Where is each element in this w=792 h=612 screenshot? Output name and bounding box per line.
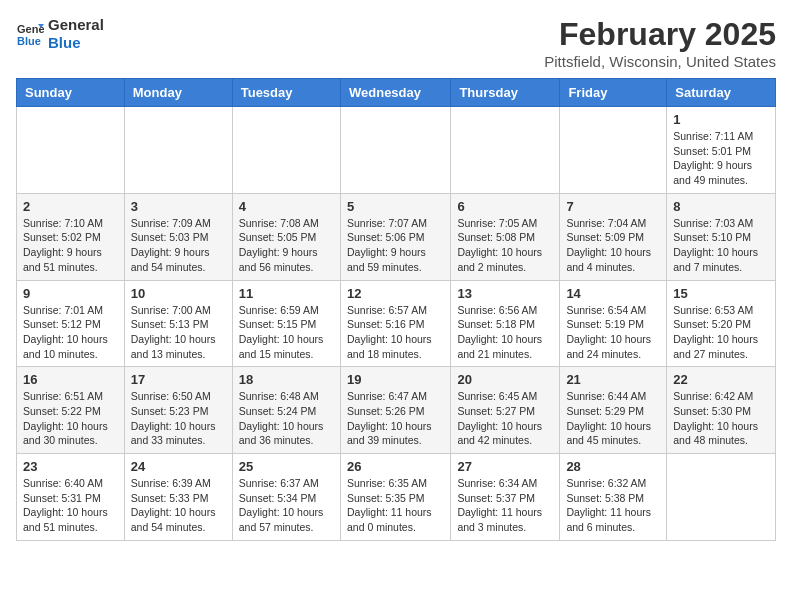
- calendar-cell: 8Sunrise: 7:03 AM Sunset: 5:10 PM Daylig…: [667, 193, 776, 280]
- calendar-cell: 26Sunrise: 6:35 AM Sunset: 5:35 PM Dayli…: [340, 454, 450, 541]
- day-info: Sunrise: 7:03 AM Sunset: 5:10 PM Dayligh…: [673, 216, 769, 275]
- day-info: Sunrise: 7:07 AM Sunset: 5:06 PM Dayligh…: [347, 216, 444, 275]
- day-info: Sunrise: 7:01 AM Sunset: 5:12 PM Dayligh…: [23, 303, 118, 362]
- day-number: 26: [347, 459, 444, 474]
- calendar-cell: 15Sunrise: 6:53 AM Sunset: 5:20 PM Dayli…: [667, 280, 776, 367]
- day-number: 13: [457, 286, 553, 301]
- calendar-cell: 13Sunrise: 6:56 AM Sunset: 5:18 PM Dayli…: [451, 280, 560, 367]
- logo-line1: General: [48, 16, 104, 34]
- day-info: Sunrise: 7:11 AM Sunset: 5:01 PM Dayligh…: [673, 129, 769, 188]
- calendar-header-row: SundayMondayTuesdayWednesdayThursdayFrid…: [17, 79, 776, 107]
- location-title: Pittsfield, Wisconsin, United States: [544, 53, 776, 70]
- logo: General Blue General Blue: [16, 16, 104, 52]
- day-number: 14: [566, 286, 660, 301]
- calendar-cell: 9Sunrise: 7:01 AM Sunset: 5:12 PM Daylig…: [17, 280, 125, 367]
- day-info: Sunrise: 7:04 AM Sunset: 5:09 PM Dayligh…: [566, 216, 660, 275]
- day-info: Sunrise: 6:44 AM Sunset: 5:29 PM Dayligh…: [566, 389, 660, 448]
- day-number: 19: [347, 372, 444, 387]
- calendar-cell: 22Sunrise: 6:42 AM Sunset: 5:30 PM Dayli…: [667, 367, 776, 454]
- calendar-week-row: 23Sunrise: 6:40 AM Sunset: 5:31 PM Dayli…: [17, 454, 776, 541]
- calendar-cell: [560, 107, 667, 194]
- calendar-cell: [232, 107, 340, 194]
- day-number: 22: [673, 372, 769, 387]
- day-info: Sunrise: 6:39 AM Sunset: 5:33 PM Dayligh…: [131, 476, 226, 535]
- day-info: Sunrise: 7:10 AM Sunset: 5:02 PM Dayligh…: [23, 216, 118, 275]
- calendar: SundayMondayTuesdayWednesdayThursdayFrid…: [16, 78, 776, 541]
- calendar-cell: 1Sunrise: 7:11 AM Sunset: 5:01 PM Daylig…: [667, 107, 776, 194]
- calendar-cell: 18Sunrise: 6:48 AM Sunset: 5:24 PM Dayli…: [232, 367, 340, 454]
- day-info: Sunrise: 6:40 AM Sunset: 5:31 PM Dayligh…: [23, 476, 118, 535]
- day-info: Sunrise: 7:05 AM Sunset: 5:08 PM Dayligh…: [457, 216, 553, 275]
- calendar-cell: 12Sunrise: 6:57 AM Sunset: 5:16 PM Dayli…: [340, 280, 450, 367]
- weekday-header: Tuesday: [232, 79, 340, 107]
- day-info: Sunrise: 7:08 AM Sunset: 5:05 PM Dayligh…: [239, 216, 334, 275]
- calendar-week-row: 9Sunrise: 7:01 AM Sunset: 5:12 PM Daylig…: [17, 280, 776, 367]
- weekday-header: Sunday: [17, 79, 125, 107]
- day-number: 21: [566, 372, 660, 387]
- logo-icon: General Blue: [16, 20, 44, 48]
- calendar-cell: 28Sunrise: 6:32 AM Sunset: 5:38 PM Dayli…: [560, 454, 667, 541]
- calendar-cell: 10Sunrise: 7:00 AM Sunset: 5:13 PM Dayli…: [124, 280, 232, 367]
- day-info: Sunrise: 6:54 AM Sunset: 5:19 PM Dayligh…: [566, 303, 660, 362]
- calendar-cell: 24Sunrise: 6:39 AM Sunset: 5:33 PM Dayli…: [124, 454, 232, 541]
- day-number: 7: [566, 199, 660, 214]
- day-info: Sunrise: 6:32 AM Sunset: 5:38 PM Dayligh…: [566, 476, 660, 535]
- day-info: Sunrise: 6:51 AM Sunset: 5:22 PM Dayligh…: [23, 389, 118, 448]
- day-number: 15: [673, 286, 769, 301]
- day-number: 27: [457, 459, 553, 474]
- calendar-cell: [667, 454, 776, 541]
- calendar-cell: 19Sunrise: 6:47 AM Sunset: 5:26 PM Dayli…: [340, 367, 450, 454]
- day-number: 5: [347, 199, 444, 214]
- day-info: Sunrise: 7:00 AM Sunset: 5:13 PM Dayligh…: [131, 303, 226, 362]
- calendar-cell: 23Sunrise: 6:40 AM Sunset: 5:31 PM Dayli…: [17, 454, 125, 541]
- day-info: Sunrise: 7:09 AM Sunset: 5:03 PM Dayligh…: [131, 216, 226, 275]
- day-number: 20: [457, 372, 553, 387]
- day-number: 9: [23, 286, 118, 301]
- weekday-header: Saturday: [667, 79, 776, 107]
- calendar-cell: 3Sunrise: 7:09 AM Sunset: 5:03 PM Daylig…: [124, 193, 232, 280]
- day-info: Sunrise: 6:37 AM Sunset: 5:34 PM Dayligh…: [239, 476, 334, 535]
- calendar-cell: [124, 107, 232, 194]
- calendar-cell: 21Sunrise: 6:44 AM Sunset: 5:29 PM Dayli…: [560, 367, 667, 454]
- day-number: 1: [673, 112, 769, 127]
- calendar-cell: 20Sunrise: 6:45 AM Sunset: 5:27 PM Dayli…: [451, 367, 560, 454]
- day-info: Sunrise: 6:59 AM Sunset: 5:15 PM Dayligh…: [239, 303, 334, 362]
- calendar-cell: 25Sunrise: 6:37 AM Sunset: 5:34 PM Dayli…: [232, 454, 340, 541]
- day-info: Sunrise: 6:57 AM Sunset: 5:16 PM Dayligh…: [347, 303, 444, 362]
- day-number: 23: [23, 459, 118, 474]
- calendar-cell: 6Sunrise: 7:05 AM Sunset: 5:08 PM Daylig…: [451, 193, 560, 280]
- calendar-cell: 2Sunrise: 7:10 AM Sunset: 5:02 PM Daylig…: [17, 193, 125, 280]
- calendar-cell: [451, 107, 560, 194]
- day-number: 16: [23, 372, 118, 387]
- day-number: 3: [131, 199, 226, 214]
- calendar-cell: 7Sunrise: 7:04 AM Sunset: 5:09 PM Daylig…: [560, 193, 667, 280]
- day-number: 18: [239, 372, 334, 387]
- title-area: February 2025 Pittsfield, Wisconsin, Uni…: [544, 16, 776, 70]
- weekday-header: Wednesday: [340, 79, 450, 107]
- calendar-week-row: 2Sunrise: 7:10 AM Sunset: 5:02 PM Daylig…: [17, 193, 776, 280]
- day-info: Sunrise: 6:45 AM Sunset: 5:27 PM Dayligh…: [457, 389, 553, 448]
- calendar-cell: 5Sunrise: 7:07 AM Sunset: 5:06 PM Daylig…: [340, 193, 450, 280]
- day-number: 2: [23, 199, 118, 214]
- calendar-cell: [340, 107, 450, 194]
- calendar-week-row: 16Sunrise: 6:51 AM Sunset: 5:22 PM Dayli…: [17, 367, 776, 454]
- day-number: 12: [347, 286, 444, 301]
- calendar-week-row: 1Sunrise: 7:11 AM Sunset: 5:01 PM Daylig…: [17, 107, 776, 194]
- day-info: Sunrise: 6:34 AM Sunset: 5:37 PM Dayligh…: [457, 476, 553, 535]
- logo-line2: Blue: [48, 34, 104, 52]
- month-title: February 2025: [544, 16, 776, 53]
- day-number: 25: [239, 459, 334, 474]
- weekday-header: Monday: [124, 79, 232, 107]
- day-info: Sunrise: 6:35 AM Sunset: 5:35 PM Dayligh…: [347, 476, 444, 535]
- header: General Blue General Blue February 2025 …: [16, 16, 776, 70]
- day-number: 8: [673, 199, 769, 214]
- day-info: Sunrise: 6:56 AM Sunset: 5:18 PM Dayligh…: [457, 303, 553, 362]
- day-number: 28: [566, 459, 660, 474]
- day-info: Sunrise: 6:53 AM Sunset: 5:20 PM Dayligh…: [673, 303, 769, 362]
- day-number: 4: [239, 199, 334, 214]
- day-number: 17: [131, 372, 226, 387]
- calendar-cell: 17Sunrise: 6:50 AM Sunset: 5:23 PM Dayli…: [124, 367, 232, 454]
- calendar-cell: 27Sunrise: 6:34 AM Sunset: 5:37 PM Dayli…: [451, 454, 560, 541]
- day-info: Sunrise: 6:50 AM Sunset: 5:23 PM Dayligh…: [131, 389, 226, 448]
- day-number: 11: [239, 286, 334, 301]
